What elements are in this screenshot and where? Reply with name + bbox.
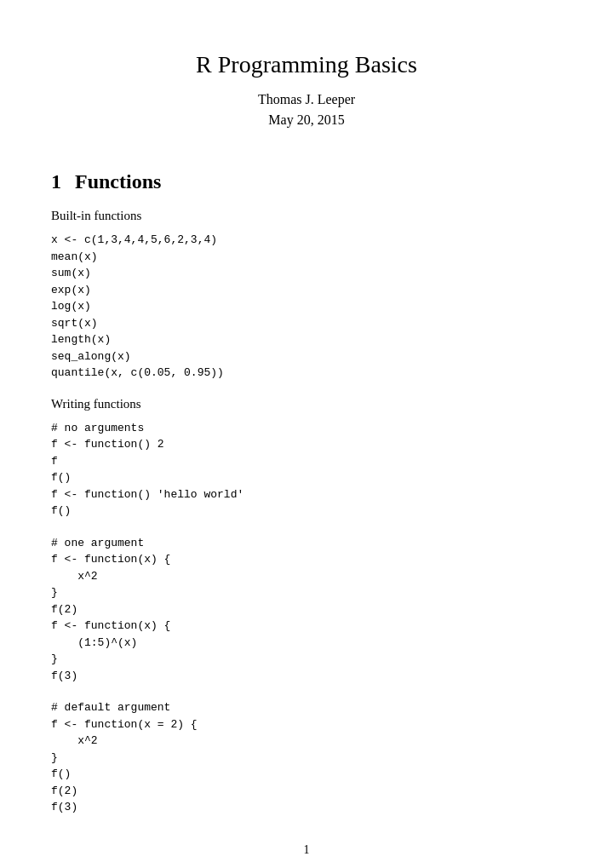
subsection-builtin-label: Built-in functions (51, 209, 562, 223)
page: R Programming Basics Thomas J. Leeper Ma… (51, 0, 562, 868)
subsection-writing: Writing functions # no arguments f <- fu… (51, 397, 562, 816)
main-title: R Programming Basics (51, 51, 562, 78)
page-number: 1 (51, 843, 562, 857)
section-1-heading: 1Functions (51, 170, 562, 193)
title-section: R Programming Basics Thomas J. Leeper Ma… (51, 51, 562, 128)
section-1-title: Functions (75, 170, 161, 193)
subsection-writing-label: Writing functions (51, 397, 562, 411)
code-writing-1: # no arguments f <- function() 2 f f() f… (51, 420, 562, 520)
code-builtin: x <- c(1,3,4,4,5,6,2,3,4) mean(x) sum(x)… (51, 232, 562, 382)
author: Thomas J. Leeper (51, 92, 562, 107)
date: May 20, 2015 (51, 112, 562, 128)
section-1-number: 1 (51, 170, 61, 193)
section-1: 1Functions Built-in functions x <- c(1,3… (51, 170, 562, 816)
subsection-builtin: Built-in functions x <- c(1,3,4,4,5,6,2,… (51, 209, 562, 382)
code-writing-3: # default argument f <- function(x = 2) … (51, 699, 562, 816)
code-writing-2: # one argument f <- function(x) { x^2 } … (51, 535, 562, 685)
